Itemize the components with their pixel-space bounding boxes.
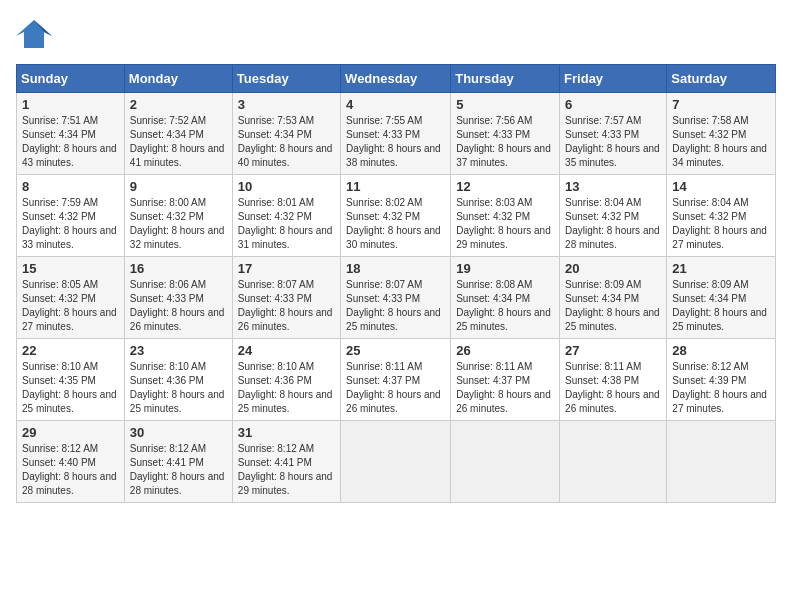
day-number: 17 <box>238 261 335 276</box>
day-number: 6 <box>565 97 661 112</box>
day-info: Sunrise: 7:51 AMSunset: 4:34 PMDaylight:… <box>22 114 119 170</box>
calendar-cell <box>667 421 776 503</box>
calendar-cell: 18 Sunrise: 8:07 AMSunset: 4:33 PMDaylig… <box>341 257 451 339</box>
calendar-cell: 1 Sunrise: 7:51 AMSunset: 4:34 PMDayligh… <box>17 93 125 175</box>
calendar-cell: 28 Sunrise: 8:12 AMSunset: 4:39 PMDaylig… <box>667 339 776 421</box>
calendar-cell: 14 Sunrise: 8:04 AMSunset: 4:32 PMDaylig… <box>667 175 776 257</box>
calendar-cell: 2 Sunrise: 7:52 AMSunset: 4:34 PMDayligh… <box>124 93 232 175</box>
logo <box>16 16 56 52</box>
calendar-week-row: 8 Sunrise: 7:59 AMSunset: 4:32 PMDayligh… <box>17 175 776 257</box>
day-number: 24 <box>238 343 335 358</box>
calendar-header-tuesday: Tuesday <box>232 65 340 93</box>
day-number: 28 <box>672 343 770 358</box>
day-info: Sunrise: 8:00 AMSunset: 4:32 PMDaylight:… <box>130 196 227 252</box>
calendar-cell: 15 Sunrise: 8:05 AMSunset: 4:32 PMDaylig… <box>17 257 125 339</box>
day-info: Sunrise: 8:06 AMSunset: 4:33 PMDaylight:… <box>130 278 227 334</box>
day-number: 4 <box>346 97 445 112</box>
day-number: 23 <box>130 343 227 358</box>
day-info: Sunrise: 7:59 AMSunset: 4:32 PMDaylight:… <box>22 196 119 252</box>
day-number: 11 <box>346 179 445 194</box>
day-number: 25 <box>346 343 445 358</box>
day-number: 14 <box>672 179 770 194</box>
svg-marker-0 <box>16 20 52 48</box>
calendar-cell: 21 Sunrise: 8:09 AMSunset: 4:34 PMDaylig… <box>667 257 776 339</box>
calendar-cell: 20 Sunrise: 8:09 AMSunset: 4:34 PMDaylig… <box>560 257 667 339</box>
day-number: 2 <box>130 97 227 112</box>
day-info: Sunrise: 8:12 AMSunset: 4:41 PMDaylight:… <box>238 442 335 498</box>
day-number: 16 <box>130 261 227 276</box>
day-number: 27 <box>565 343 661 358</box>
calendar-cell: 12 Sunrise: 8:03 AMSunset: 4:32 PMDaylig… <box>451 175 560 257</box>
calendar-header-thursday: Thursday <box>451 65 560 93</box>
calendar-cell: 5 Sunrise: 7:56 AMSunset: 4:33 PMDayligh… <box>451 93 560 175</box>
day-info: Sunrise: 8:11 AMSunset: 4:37 PMDaylight:… <box>346 360 445 416</box>
day-info: Sunrise: 8:01 AMSunset: 4:32 PMDaylight:… <box>238 196 335 252</box>
calendar-week-row: 29 Sunrise: 8:12 AMSunset: 4:40 PMDaylig… <box>17 421 776 503</box>
calendar-cell: 16 Sunrise: 8:06 AMSunset: 4:33 PMDaylig… <box>124 257 232 339</box>
day-number: 22 <box>22 343 119 358</box>
day-info: Sunrise: 8:10 AMSunset: 4:35 PMDaylight:… <box>22 360 119 416</box>
day-info: Sunrise: 8:03 AMSunset: 4:32 PMDaylight:… <box>456 196 554 252</box>
day-info: Sunrise: 8:08 AMSunset: 4:34 PMDaylight:… <box>456 278 554 334</box>
calendar-cell: 13 Sunrise: 8:04 AMSunset: 4:32 PMDaylig… <box>560 175 667 257</box>
day-info: Sunrise: 7:53 AMSunset: 4:34 PMDaylight:… <box>238 114 335 170</box>
calendar-cell: 4 Sunrise: 7:55 AMSunset: 4:33 PMDayligh… <box>341 93 451 175</box>
day-info: Sunrise: 8:09 AMSunset: 4:34 PMDaylight:… <box>565 278 661 334</box>
calendar-cell: 24 Sunrise: 8:10 AMSunset: 4:36 PMDaylig… <box>232 339 340 421</box>
calendar-cell <box>560 421 667 503</box>
day-number: 29 <box>22 425 119 440</box>
calendar-cell <box>451 421 560 503</box>
calendar-cell: 30 Sunrise: 8:12 AMSunset: 4:41 PMDaylig… <box>124 421 232 503</box>
day-number: 13 <box>565 179 661 194</box>
day-info: Sunrise: 7:55 AMSunset: 4:33 PMDaylight:… <box>346 114 445 170</box>
day-number: 5 <box>456 97 554 112</box>
calendar-header-wednesday: Wednesday <box>341 65 451 93</box>
day-info: Sunrise: 8:07 AMSunset: 4:33 PMDaylight:… <box>238 278 335 334</box>
calendar-header-friday: Friday <box>560 65 667 93</box>
day-info: Sunrise: 8:09 AMSunset: 4:34 PMDaylight:… <box>672 278 770 334</box>
day-number: 1 <box>22 97 119 112</box>
day-number: 19 <box>456 261 554 276</box>
calendar-cell: 17 Sunrise: 8:07 AMSunset: 4:33 PMDaylig… <box>232 257 340 339</box>
calendar-week-row: 1 Sunrise: 7:51 AMSunset: 4:34 PMDayligh… <box>17 93 776 175</box>
day-info: Sunrise: 8:10 AMSunset: 4:36 PMDaylight:… <box>238 360 335 416</box>
day-number: 8 <box>22 179 119 194</box>
calendar-cell: 3 Sunrise: 7:53 AMSunset: 4:34 PMDayligh… <box>232 93 340 175</box>
day-number: 7 <box>672 97 770 112</box>
calendar-cell: 10 Sunrise: 8:01 AMSunset: 4:32 PMDaylig… <box>232 175 340 257</box>
calendar-cell: 7 Sunrise: 7:58 AMSunset: 4:32 PMDayligh… <box>667 93 776 175</box>
calendar-cell: 6 Sunrise: 7:57 AMSunset: 4:33 PMDayligh… <box>560 93 667 175</box>
logo-icon <box>16 16 52 52</box>
calendar-cell: 8 Sunrise: 7:59 AMSunset: 4:32 PMDayligh… <box>17 175 125 257</box>
day-info: Sunrise: 8:12 AMSunset: 4:40 PMDaylight:… <box>22 442 119 498</box>
calendar-cell: 9 Sunrise: 8:00 AMSunset: 4:32 PMDayligh… <box>124 175 232 257</box>
calendar-cell: 26 Sunrise: 8:11 AMSunset: 4:37 PMDaylig… <box>451 339 560 421</box>
calendar-cell: 23 Sunrise: 8:10 AMSunset: 4:36 PMDaylig… <box>124 339 232 421</box>
day-info: Sunrise: 8:07 AMSunset: 4:33 PMDaylight:… <box>346 278 445 334</box>
day-info: Sunrise: 8:05 AMSunset: 4:32 PMDaylight:… <box>22 278 119 334</box>
day-info: Sunrise: 7:56 AMSunset: 4:33 PMDaylight:… <box>456 114 554 170</box>
day-info: Sunrise: 8:12 AMSunset: 4:39 PMDaylight:… <box>672 360 770 416</box>
calendar-cell: 22 Sunrise: 8:10 AMSunset: 4:35 PMDaylig… <box>17 339 125 421</box>
day-number: 15 <box>22 261 119 276</box>
day-number: 18 <box>346 261 445 276</box>
day-info: Sunrise: 8:04 AMSunset: 4:32 PMDaylight:… <box>672 196 770 252</box>
day-info: Sunrise: 8:12 AMSunset: 4:41 PMDaylight:… <box>130 442 227 498</box>
calendar-week-row: 22 Sunrise: 8:10 AMSunset: 4:35 PMDaylig… <box>17 339 776 421</box>
page-header <box>16 16 776 52</box>
day-number: 30 <box>130 425 227 440</box>
day-info: Sunrise: 7:52 AMSunset: 4:34 PMDaylight:… <box>130 114 227 170</box>
calendar-cell: 31 Sunrise: 8:12 AMSunset: 4:41 PMDaylig… <box>232 421 340 503</box>
calendar-header-sunday: Sunday <box>17 65 125 93</box>
calendar-table: SundayMondayTuesdayWednesdayThursdayFrid… <box>16 64 776 503</box>
day-number: 20 <box>565 261 661 276</box>
day-number: 31 <box>238 425 335 440</box>
calendar-cell: 19 Sunrise: 8:08 AMSunset: 4:34 PMDaylig… <box>451 257 560 339</box>
day-number: 21 <box>672 261 770 276</box>
day-info: Sunrise: 7:58 AMSunset: 4:32 PMDaylight:… <box>672 114 770 170</box>
day-number: 9 <box>130 179 227 194</box>
calendar-cell: 29 Sunrise: 8:12 AMSunset: 4:40 PMDaylig… <box>17 421 125 503</box>
day-number: 10 <box>238 179 335 194</box>
calendar-week-row: 15 Sunrise: 8:05 AMSunset: 4:32 PMDaylig… <box>17 257 776 339</box>
day-number: 12 <box>456 179 554 194</box>
